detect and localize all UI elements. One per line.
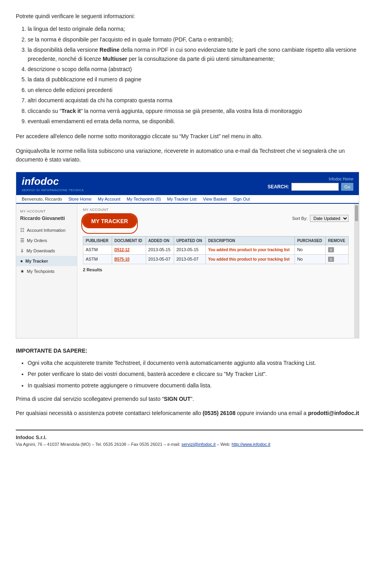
doc-link-1[interactable]: D512-12 (114, 248, 129, 252)
sidebar-item-techpoints-label: My Techpoints (27, 269, 54, 274)
bullet-2: Per poter verificare lo stato dei vostri… (28, 370, 363, 378)
cell-desc-2: You added this product to your tracking … (206, 255, 295, 264)
screenshot-container: infodoc SERVIZI DI INFORMAZIONE TECNICA … (16, 172, 359, 338)
cell-added-2: 2013-05-07 (146, 255, 174, 264)
col-updated-on: UPDATED ON (174, 237, 206, 245)
cell-publisher-1: ASTM (83, 245, 112, 255)
orders-icon: ☰ (20, 238, 24, 243)
signout-para: Prima di uscire dal servizio scollegatev… (16, 395, 363, 403)
remove-btn-1[interactable]: x (328, 247, 334, 252)
search-bar[interactable]: SEARCH: Go (268, 183, 353, 191)
techpoints-icon: ★ (20, 269, 24, 274)
list-item-1: la lingua del testo originale della norm… (28, 24, 363, 33)
important-bullets: Ogni volta che acquisterete tramite Tech… (28, 359, 363, 390)
sort-label: Sort By: (292, 216, 308, 221)
footer-email[interactable]: servizi@infodoc.it (182, 442, 216, 447)
logo-subtitle: SERVIZI DI INFORMAZIONE TECNICA (22, 188, 84, 192)
table-row: ASTM B575-10 2013-05-07 2013-05-07 You a… (83, 255, 349, 264)
scrollbar-thumb[interactable] (355, 205, 358, 221)
sidebar-item-account-label: Account Information (27, 228, 66, 233)
list-item-9: eventuali emendamenti ed errata della no… (28, 117, 363, 126)
downloads-icon: ⇓ (20, 248, 24, 254)
sidebar-section-label: MY ACCOUNT (16, 208, 77, 214)
cell-remove-1[interactable]: x (326, 245, 349, 255)
list-item-5: la data di pubblicazione ed il numero di… (28, 75, 363, 84)
sidebar-item-tracker-label: My Tracker (25, 259, 48, 263)
sidebar-item-orders-label: My Orders (27, 238, 47, 243)
footer-website[interactable]: http://www.infodoc.it (232, 442, 270, 447)
header-right: Infodoc Home SEARCH: Go (268, 177, 353, 191)
intro-section: Potrete quindi verificare le seguenti in… (16, 12, 363, 126)
sidebar-item-downloads[interactable]: ⇓ My Downloads (16, 246, 77, 256)
sort-row: Sort By: Date Updated (292, 215, 349, 222)
nav-store-home[interactable]: Store Home (68, 197, 92, 201)
sidebar: MY ACCOUNT Riccardo Giovanetti ☷ Account… (16, 204, 77, 338)
nav-bar: Benvenuto, Riccardo Store Home My Accoun… (16, 195, 359, 204)
table-row: ASTM D512-12 2013-05-15 2013-05-15 You a… (83, 245, 349, 255)
cell-remove-2[interactable]: x (326, 255, 349, 264)
search-input[interactable] (291, 183, 339, 191)
cell-docid-2: B575-10 (112, 255, 146, 264)
cell-purchased-2: No (295, 255, 325, 264)
sidebar-item-downloads-label: My Downloads (26, 248, 55, 253)
list-item-8: cliccando su “Track it” la norma verrà a… (28, 107, 363, 115)
account-icon: ☷ (20, 227, 24, 233)
intro-heading: Potrete quindi verificare le seguenti in… (16, 12, 363, 21)
nav-view-basket[interactable]: View Basket (203, 197, 227, 201)
main-panel: MY ACCOUNT MY TRACKER Sort By: Date Upda… (77, 204, 354, 338)
contact-para: Per qualsiasi necessità o assistenza pot… (16, 409, 363, 417)
content-area: MY ACCOUNT Riccardo Giovanetti ☷ Account… (16, 204, 359, 338)
cell-added-1: 2013-05-15 (146, 245, 174, 255)
go-button[interactable]: Go (341, 183, 353, 191)
bullet-1: Ogni volta che acquisterete tramite Tech… (28, 359, 363, 367)
important-section: IMPORTANTE DA SAPERE: Ogni volta che acq… (16, 346, 363, 417)
doc-link-2[interactable]: B575-10 (114, 257, 129, 261)
tracker-table: PUBLISHER DOCUMENT ID ADDED ON UPDATED O… (83, 236, 349, 264)
table-body: ASTM D512-12 2013-05-15 2013-05-15 You a… (83, 245, 349, 264)
results-count: 2 Results (83, 267, 349, 272)
nav-my-tracker-list[interactable]: My Tracker List (167, 197, 197, 201)
sidebar-item-orders[interactable]: ☰ My Orders (16, 235, 77, 246)
scrollbar[interactable] (354, 204, 359, 338)
sidebar-username: Riccardo Giovanetti (16, 214, 77, 225)
cell-updated-2: 2013-05-07 (174, 255, 206, 264)
nav-my-techpoints[interactable]: My Techpoints (0) (127, 197, 161, 201)
col-added-on: ADDED ON (146, 237, 174, 245)
nav-sign-out[interactable]: Sign Out (233, 197, 250, 201)
para-email-notify: Ogniqualvolta le norme nella lista subis… (16, 147, 363, 164)
footer: Infodoc S.r.l. Via Agnini, 76 – 41037 Mi… (16, 430, 363, 447)
sidebar-item-account[interactable]: ☷ Account Information (16, 225, 77, 235)
list-item-3: la disponibilità della versione Redline … (28, 45, 363, 63)
sidebar-item-tracker[interactable]: ● My Tracker (16, 256, 77, 266)
list-item-2: se la norma è disponibile per l'acquisto… (28, 35, 363, 44)
important-heading: IMPORTANTE DA SAPERE: (16, 346, 363, 355)
cell-docid-1: D512-12 (112, 245, 146, 255)
col-document-id: DOCUMENT ID (112, 237, 146, 245)
footer-address-text: Via Agnini, 76 – 41037 Mirandola (MO) – … (16, 442, 182, 447)
list-item-4: descrizione o scopo della norma (abstrac… (28, 65, 363, 73)
desc-text-2: You added this product to your tracking … (208, 257, 290, 261)
footer-company: Infodoc S.r.l. (16, 434, 363, 440)
col-remove: REMOVE (326, 237, 349, 245)
logo-image: infodoc SERVIZI DI INFORMAZIONE TECNICA (22, 175, 84, 192)
sidebar-item-techpoints[interactable]: ★ My Techpoints (16, 266, 77, 276)
welcome-text: Benvenuto, Riccardo (22, 197, 62, 201)
col-purchased: PURCHASED (295, 237, 325, 245)
footer-web-label: – Web: (216, 442, 232, 447)
list-item-6: un elenco delle edizioni precedenti (28, 86, 363, 94)
cell-desc-1: You added this product to your tracking … (206, 245, 295, 255)
nav-my-account[interactable]: My Account (98, 197, 120, 201)
infodoc-logo: infodoc SERVIZI DI INFORMAZIONE TECNICA (22, 175, 84, 192)
footer-address: Via Agnini, 76 – 41037 Mirandola (MO) – … (16, 442, 363, 447)
logo-name: infodoc (22, 175, 84, 188)
para-tracker-list: Per accedere all'elenco delle norme sott… (16, 132, 363, 141)
table-header: PUBLISHER DOCUMENT ID ADDED ON UPDATED O… (83, 237, 349, 245)
desc-text-1: You added this product to your tracking … (208, 248, 290, 252)
col-description: DESCRIPTION (206, 237, 295, 245)
intro-list: la lingua del testo originale della norm… (28, 24, 363, 126)
search-label: SEARCH: (268, 184, 289, 190)
home-label: Infodoc Home (268, 177, 353, 181)
sort-select[interactable]: Date Updated (310, 215, 349, 222)
remove-btn-2[interactable]: x (328, 257, 334, 262)
infodoc-header: infodoc SERVIZI DI INFORMAZIONE TECNICA … (16, 172, 359, 195)
